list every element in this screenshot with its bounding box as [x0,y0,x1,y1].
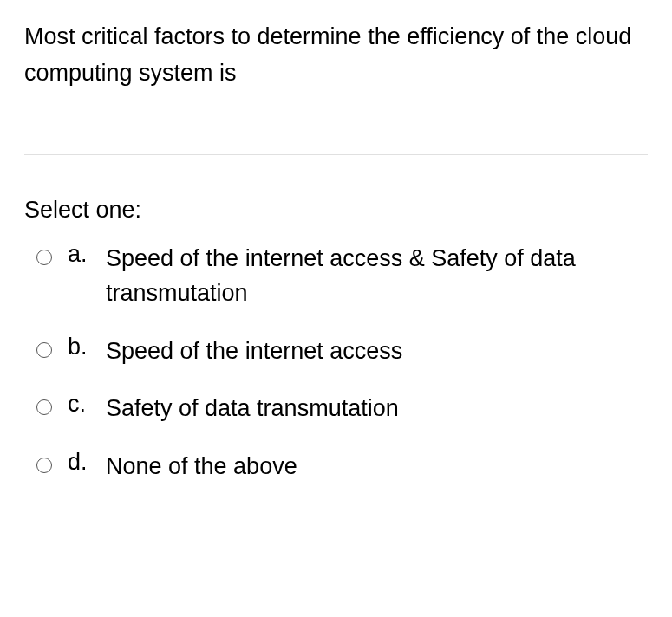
radio-icon[interactable] [36,399,52,415]
option-letter: c. [68,391,106,418]
option-text: Speed of the internet access [106,334,648,369]
option-letter: d. [68,449,106,476]
radio-icon[interactable] [36,250,52,265]
option-letter: a. [68,241,106,268]
option-text: Speed of the internet access & Safety of… [106,241,648,311]
select-one-label: Select one: [24,197,648,224]
radio-icon[interactable] [36,458,52,473]
option-c[interactable]: c. Safety of data transmutation [36,391,648,426]
option-b[interactable]: b. Speed of the internet access [36,334,648,369]
option-text: Safety of data transmutation [106,391,648,426]
divider [24,154,648,155]
option-a[interactable]: a. Speed of the internet access & Safety… [36,241,648,311]
options-list: a. Speed of the internet access & Safety… [24,241,648,484]
option-letter: b. [68,334,106,360]
option-text: None of the above [106,449,648,484]
question-text: Most critical factors to determine the e… [24,19,648,92]
option-d[interactable]: d. None of the above [36,449,648,484]
radio-icon[interactable] [36,342,52,358]
